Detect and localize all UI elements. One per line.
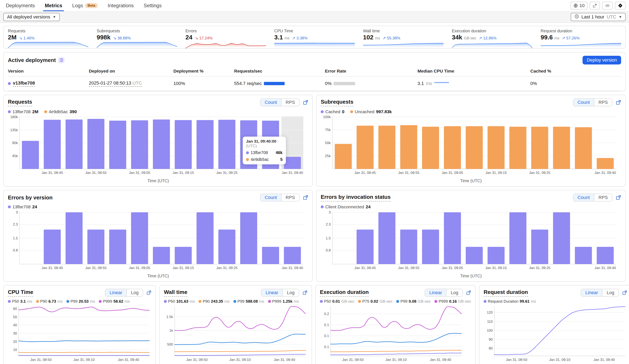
- expand-chart-icon[interactable]: [622, 290, 627, 295]
- bar[interactable]: [553, 212, 570, 264]
- bar[interactable]: [509, 212, 526, 264]
- legend-item: P99588.08ms: [233, 299, 264, 304]
- toggle-count[interactable]: Count: [261, 194, 281, 201]
- chart-title: Errors by version: [8, 194, 52, 201]
- workers-playground-button[interactable]: [615, 2, 626, 9]
- bar[interactable]: [597, 158, 614, 169]
- bar[interactable]: [196, 212, 213, 264]
- bar[interactable]: [575, 127, 592, 169]
- version-link[interactable]: v13fbe708: [13, 80, 35, 87]
- bar[interactable]: [400, 125, 417, 169]
- bar[interactable]: [509, 127, 526, 169]
- toggle-count[interactable]: Count: [261, 99, 281, 106]
- bar[interactable]: [240, 212, 257, 264]
- toggle-log[interactable]: Log: [282, 289, 299, 296]
- expand-chart-icon[interactable]: [616, 100, 621, 105]
- bar[interactable]: [444, 212, 461, 264]
- bar[interactable]: [175, 247, 192, 264]
- toggle-count[interactable]: Count: [573, 99, 594, 106]
- toggle-linear[interactable]: Linear: [581, 289, 602, 296]
- bar[interactable]: [153, 247, 170, 264]
- versions-filter-dropdown[interactable]: All deployed versions ▼: [3, 13, 60, 21]
- bar[interactable]: [131, 121, 148, 169]
- stat-value-row: 99.6ms↗ 57.26%: [541, 34, 621, 41]
- bar[interactable]: [422, 127, 439, 169]
- bar[interactable]: [553, 127, 570, 169]
- stat-value: 102: [363, 34, 373, 41]
- legend-label: P99: [71, 299, 78, 304]
- bar[interactable]: [466, 126, 483, 169]
- y-tick-label: 25k: [325, 154, 331, 158]
- bar[interactable]: [335, 144, 352, 169]
- expand-chart-icon[interactable]: [466, 290, 471, 295]
- expand-chart-icon[interactable]: [616, 195, 621, 200]
- x-axis-title: Time (UTC): [321, 178, 621, 183]
- bar[interactable]: [531, 230, 548, 264]
- time-range-dropdown[interactable]: Last 1 hour UTC ▼: [571, 13, 626, 21]
- bar[interactable]: [218, 230, 235, 264]
- legend-dot: [321, 205, 324, 208]
- deployment-docs-icon[interactable]: [58, 57, 64, 63]
- expand-chart-icon[interactable]: [303, 290, 308, 295]
- bar[interactable]: [153, 120, 170, 169]
- stat-sparkline: [185, 42, 266, 48]
- toggle-rps[interactable]: RPS: [594, 194, 612, 201]
- bar[interactable]: [378, 212, 395, 264]
- bar[interactable]: [109, 121, 126, 169]
- code-button[interactable]: [602, 2, 613, 9]
- toggle-linear[interactable]: Linear: [105, 289, 126, 296]
- toggle-log[interactable]: Log: [446, 289, 463, 296]
- toggle-rps[interactable]: RPS: [594, 99, 612, 106]
- bar[interactable]: [87, 230, 104, 264]
- bar[interactable]: [487, 247, 504, 264]
- x-tick-label: Jan 31, 08:50: [186, 358, 208, 362]
- bar[interactable]: [531, 127, 548, 169]
- bar[interactable]: [218, 120, 235, 169]
- toggle-rps[interactable]: RPS: [281, 194, 299, 201]
- bar[interactable]: [66, 120, 83, 169]
- open-external-button[interactable]: [590, 2, 600, 9]
- bar[interactable]: [444, 126, 461, 169]
- bar[interactable]: [487, 126, 504, 169]
- toggle-rps[interactable]: RPS: [281, 99, 299, 106]
- tab-deployments[interactable]: Deployments: [6, 0, 35, 11]
- bar[interactable]: [284, 157, 301, 169]
- bar[interactable]: [66, 212, 83, 264]
- bar[interactable]: [284, 247, 301, 264]
- tab-integrations[interactable]: Integrations: [108, 0, 134, 11]
- bar[interactable]: [175, 120, 192, 169]
- toggle-log[interactable]: Log: [126, 289, 143, 296]
- bar[interactable]: [44, 230, 61, 264]
- series-line-p75: [331, 350, 461, 352]
- toggle-log[interactable]: Log: [602, 289, 619, 296]
- toggle-count[interactable]: Count: [573, 194, 594, 201]
- bar[interactable]: [400, 230, 417, 264]
- bar[interactable]: [109, 230, 126, 264]
- deployments-globe-button[interactable]: 10: [571, 2, 588, 9]
- bar[interactable]: [357, 230, 374, 264]
- tab-metrics[interactable]: Metrics: [45, 0, 62, 11]
- tab-logs[interactable]: LogsBeta: [72, 0, 98, 11]
- bar[interactable]: [22, 141, 39, 169]
- expand-chart-icon[interactable]: [303, 100, 308, 105]
- tab-settings[interactable]: Settings: [144, 0, 161, 11]
- bar[interactable]: [196, 120, 213, 169]
- bar[interactable]: [44, 120, 61, 169]
- bar[interactable]: [378, 126, 395, 169]
- bar[interactable]: [575, 247, 592, 264]
- toggle-linear[interactable]: Linear: [425, 289, 446, 296]
- bar[interactable]: [597, 247, 614, 264]
- legend-dot: [99, 300, 102, 303]
- rps-bar: [264, 82, 285, 85]
- bar[interactable]: [87, 119, 104, 169]
- toggle-linear[interactable]: Linear: [261, 289, 282, 296]
- bar[interactable]: [466, 247, 483, 264]
- bar[interactable]: [422, 230, 439, 264]
- x-tick-label: Jan 31, 08:50: [30, 358, 52, 362]
- bar[interactable]: [262, 247, 279, 264]
- deploy-version-button[interactable]: Deploy version: [583, 56, 621, 64]
- expand-chart-icon[interactable]: [147, 290, 152, 295]
- bar[interactable]: [131, 212, 148, 264]
- bar[interactable]: [357, 126, 374, 169]
- expand-chart-icon[interactable]: [303, 195, 308, 200]
